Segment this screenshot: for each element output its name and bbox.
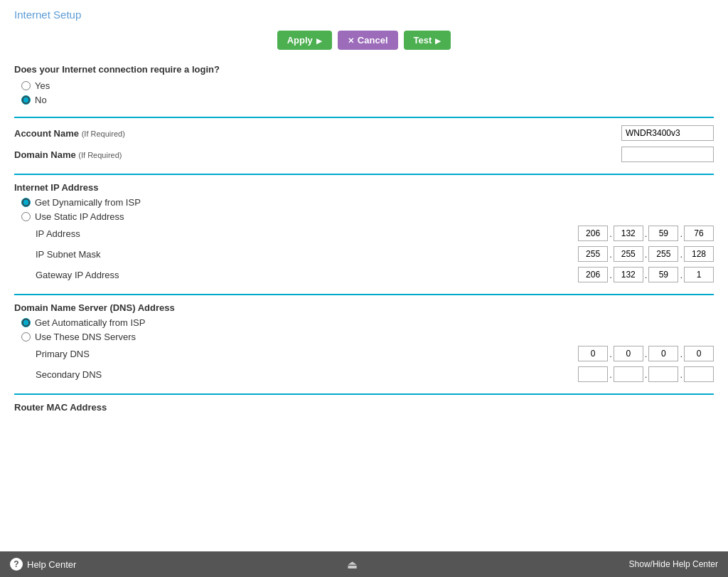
ip-dot-1: . xyxy=(609,228,612,239)
login-no-option[interactable]: No xyxy=(21,95,714,105)
domain-name-input-wrapper xyxy=(621,147,714,162)
ip-dot-2: . xyxy=(645,228,648,239)
ip-address-label: IP Address xyxy=(36,228,142,239)
primary-dns-dot-2: . xyxy=(645,349,648,359)
secondary-dns-label: Secondary DNS xyxy=(36,369,142,380)
show-hide-help-button[interactable]: Show/Hide Help Center xyxy=(629,559,718,569)
usb-icon: ⏏ xyxy=(347,558,358,571)
ip-radio-group: Get Dynamically from ISP Use Static IP A… xyxy=(21,197,714,222)
gateway-group: . . . xyxy=(578,267,714,282)
ip-address-row: IP Address . . . xyxy=(36,226,714,241)
ip-section-title: Internet IP Address xyxy=(14,182,714,193)
cancel-button[interactable]: Cancel xyxy=(338,31,398,50)
divider-4 xyxy=(14,393,714,395)
account-name-input-wrapper xyxy=(621,125,714,141)
help-center-label[interactable]: Help Center xyxy=(27,559,76,570)
account-name-label: Account Name (If Required) xyxy=(14,128,142,139)
divider-3 xyxy=(14,294,714,295)
apply-button[interactable]: Apply xyxy=(277,31,332,50)
footer-left: ? Help Center xyxy=(10,558,76,571)
dns-auto-radio[interactable] xyxy=(21,318,31,327)
ip-dynamic-radio[interactable] xyxy=(21,198,31,207)
divider-2 xyxy=(14,174,714,175)
test-arrow-icon xyxy=(435,35,441,46)
gateway-label: Gateway IP Address xyxy=(36,270,142,280)
primary-dns-group: . . . xyxy=(578,346,714,361)
gateway-dot-1: . xyxy=(609,270,612,280)
secondary-dns-row: Secondary DNS . . . xyxy=(36,366,714,382)
dns-manual-radio[interactable] xyxy=(21,332,31,342)
subnet-octet-2[interactable] xyxy=(614,246,643,262)
primary-dns-dot-1: . xyxy=(609,349,612,359)
primary-dns-row: Primary DNS . . . xyxy=(36,346,714,361)
ip-static-radio[interactable] xyxy=(21,212,31,221)
domain-name-label: Domain Name (If Required) xyxy=(14,149,142,160)
ip-section: Internet IP Address Get Dynamically from… xyxy=(14,182,714,282)
login-no-radio[interactable] xyxy=(21,95,31,105)
account-name-row: Account Name (If Required) xyxy=(14,125,714,141)
subnet-mask-label: IP Subnet Mask xyxy=(36,249,142,260)
mac-section-title: Router MAC Address xyxy=(14,402,714,415)
gateway-octet-1[interactable] xyxy=(578,267,608,282)
dns-section: Domain Name Server (DNS) Address Get Aut… xyxy=(14,302,714,382)
subnet-octet-4[interactable] xyxy=(684,246,714,262)
ip-static-label: Use Static IP Address xyxy=(35,211,124,222)
subnet-octet-3[interactable] xyxy=(648,246,678,262)
secondary-dns-octet-1[interactable] xyxy=(578,366,608,382)
test-button[interactable]: Test xyxy=(404,31,451,50)
subnet-dot-2: . xyxy=(645,249,648,260)
secondary-dns-octet-2[interactable] xyxy=(614,366,643,382)
dns-manual-option[interactable]: Use These DNS Servers xyxy=(21,332,714,342)
gateway-octet-2[interactable] xyxy=(614,267,643,282)
dns-manual-label: Use These DNS Servers xyxy=(35,332,136,342)
subnet-mask-row: IP Subnet Mask . . . xyxy=(36,246,714,262)
cancel-label: Cancel xyxy=(358,35,388,46)
secondary-dns-dot-2: . xyxy=(645,369,648,380)
gateway-octet-3[interactable] xyxy=(648,267,678,282)
login-question: Does your Internet connection require a … xyxy=(14,64,714,75)
primary-dns-label: Primary DNS xyxy=(36,349,142,359)
login-no-label: No xyxy=(35,95,47,105)
account-name-input[interactable] xyxy=(621,125,714,141)
ip-octet-2[interactable] xyxy=(614,226,643,241)
apply-label: Apply xyxy=(287,35,313,46)
page-title: Internet Setup xyxy=(14,9,714,21)
secondary-dns-octet-3[interactable] xyxy=(648,366,678,382)
apply-arrow-icon xyxy=(316,35,322,46)
gateway-dot-3: . xyxy=(680,270,682,280)
secondary-dns-group: . . . xyxy=(578,366,714,382)
ip-octet-4[interactable] xyxy=(684,226,714,241)
subnet-mask-group: . . . xyxy=(578,246,714,262)
primary-dns-octet-2[interactable] xyxy=(614,346,643,361)
primary-dns-octet-3[interactable] xyxy=(648,346,678,361)
domain-name-input[interactable] xyxy=(621,147,714,162)
secondary-dns-dot-3: . xyxy=(680,369,682,380)
domain-name-row: Domain Name (If Required) xyxy=(14,147,714,162)
gateway-octet-4[interactable] xyxy=(684,267,714,282)
ip-dot-3: . xyxy=(680,228,682,239)
cancel-x-icon xyxy=(348,35,354,46)
test-label: Test xyxy=(414,35,432,46)
ip-octet-1[interactable] xyxy=(578,226,608,241)
login-yes-option[interactable]: Yes xyxy=(21,80,714,91)
primary-dns-octet-4[interactable] xyxy=(684,346,714,361)
dns-auto-option[interactable]: Get Automatically from ISP xyxy=(21,317,714,328)
footer-bar: ? Help Center ⏏ Show/Hide Help Center xyxy=(0,551,728,577)
secondary-dns-octet-4[interactable] xyxy=(684,366,714,382)
account-section: Account Name (If Required) Domain Name (… xyxy=(14,125,714,162)
login-section: Does your Internet connection require a … xyxy=(14,64,714,105)
gateway-row: Gateway IP Address . . . xyxy=(36,267,714,282)
help-icon: ? xyxy=(10,558,23,571)
ip-dynamic-option[interactable]: Get Dynamically from ISP xyxy=(21,197,714,208)
login-radio-group: Yes No xyxy=(21,80,714,105)
primary-dns-octet-1[interactable] xyxy=(578,346,608,361)
divider-1 xyxy=(14,117,714,118)
login-yes-label: Yes xyxy=(35,80,50,91)
ip-static-option[interactable]: Use Static IP Address xyxy=(21,211,714,222)
ip-octet-3[interactable] xyxy=(648,226,678,241)
subnet-dot-3: . xyxy=(680,249,682,260)
secondary-dns-dot-1: . xyxy=(609,369,612,380)
primary-dns-dot-3: . xyxy=(680,349,682,359)
login-yes-radio[interactable] xyxy=(21,81,31,90)
subnet-octet-1[interactable] xyxy=(578,246,608,262)
